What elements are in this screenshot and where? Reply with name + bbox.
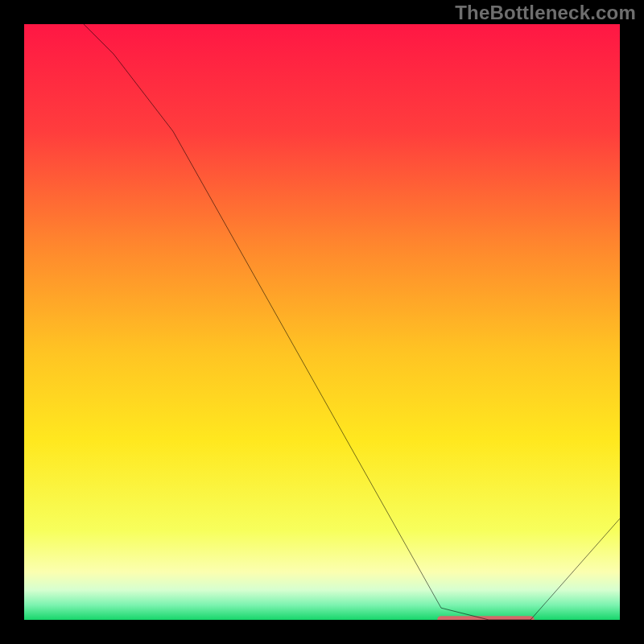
chart-container: TheBottleneck.com bbox=[0, 0, 644, 644]
watermark-text: TheBottleneck.com bbox=[455, 2, 636, 24]
chart-background bbox=[24, 24, 620, 620]
chart-plot bbox=[24, 24, 620, 620]
